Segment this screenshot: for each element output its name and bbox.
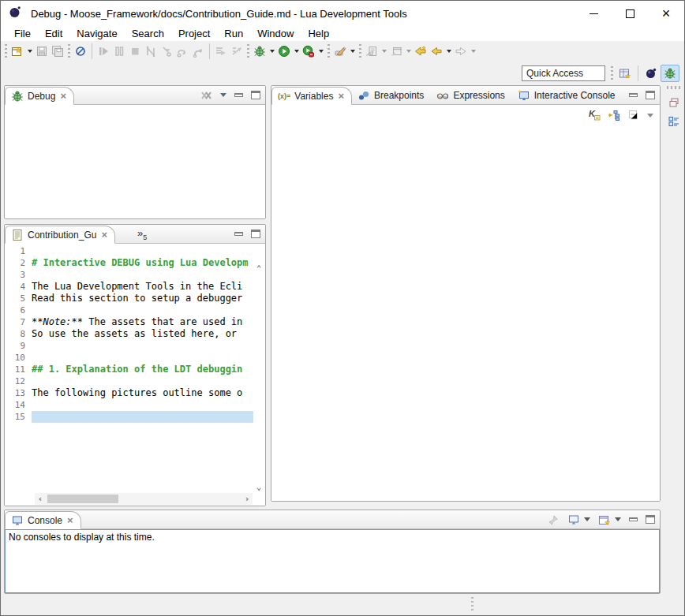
menu-navigate[interactable]: Navigate — [69, 27, 124, 40]
show-type-names-icon[interactable]: K — [588, 109, 601, 121]
coverage-launch-button[interactable] — [301, 43, 316, 60]
editor-line-3[interactable]: 3 — [5, 269, 253, 281]
debug-view-content — [5, 105, 265, 218]
run-launch-button[interactable] — [276, 43, 292, 60]
open-console-icon[interactable] — [598, 513, 611, 526]
debug-view: Debug × — [4, 85, 266, 219]
tab-debug-close-icon[interactable]: × — [60, 91, 66, 101]
external-tools-button[interactable] — [332, 43, 348, 60]
lua-perspective-button[interactable] — [642, 65, 661, 82]
editor-line-13[interactable]: 13The following pictures outline some o — [5, 387, 253, 399]
menu-edit[interactable]: Edit — [38, 27, 69, 40]
editor-line-4[interactable]: 4The Lua Development Tools in the Ecli — [5, 281, 253, 293]
coverage-launch-dropdown[interactable] — [319, 50, 324, 53]
tab-console-close-icon[interactable]: × — [67, 515, 73, 525]
last-edit-location-button[interactable] — [413, 43, 429, 60]
debug-perspective-button[interactable] — [661, 65, 679, 82]
editor-view-maximize-icon[interactable] — [251, 230, 260, 238]
console-view-maximize-icon[interactable] — [646, 515, 655, 524]
back-history-dropdown[interactable] — [447, 50, 451, 53]
tab-editor-close-icon[interactable]: × — [101, 230, 107, 240]
editor-content[interactable]: 12# Interactive DEBUG using Lua Developm… — [5, 244, 265, 506]
menu-run[interactable]: Run — [217, 27, 250, 40]
forward-history-dropdown — [471, 50, 476, 53]
status-bar-drag-handle[interactable] — [471, 597, 474, 613]
debug-view-menu-icon[interactable] — [220, 93, 226, 97]
save-all-button[interactable] — [50, 43, 66, 60]
outline-view-button[interactable] — [665, 113, 683, 130]
display-selected-console-icon[interactable] — [567, 513, 580, 526]
debug-view-minimize-icon[interactable] — [234, 93, 243, 97]
tab-variables-close-icon[interactable]: × — [338, 91, 344, 101]
menu-window[interactable]: Window — [250, 27, 301, 40]
window-minimize-button[interactable] — [575, 1, 612, 26]
variables-view-minimize-icon[interactable] — [629, 93, 638, 97]
console-content[interactable]: No consoles to display at this time. — [5, 529, 660, 593]
tab-expressions[interactable]: x=y= Expressions — [431, 86, 511, 104]
show-logical-structures-icon[interactable] — [608, 109, 620, 121]
line-text: # Interactive DEBUG using Lua Developm — [32, 257, 253, 269]
editor-vertical-scrollbar[interactable]: ⌃ ⌄ — [253, 263, 264, 492]
debug-launch-dropdown[interactable] — [270, 50, 275, 53]
external-tools-dropdown[interactable] — [350, 50, 355, 53]
debug-view-maximize-icon[interactable] — [251, 91, 260, 99]
line-text: ## 1. Explanation of the LDT debuggin — [32, 364, 253, 375]
save-button[interactable] — [34, 43, 50, 60]
console-view-minimize-icon[interactable] — [629, 517, 638, 521]
scrollbar-thumb[interactable] — [47, 495, 118, 503]
skip-all-breakpoints-button[interactable] — [73, 43, 88, 60]
display-console-dropdown[interactable] — [584, 517, 590, 521]
open-console-dropdown[interactable] — [615, 517, 621, 521]
editor-line-10[interactable]: 10 — [5, 352, 253, 364]
editor-line-11[interactable]: 11## 1. Explanation of the LDT debuggin — [5, 364, 253, 375]
console-icon — [11, 514, 24, 527]
variables-view-maximize-icon[interactable] — [646, 91, 655, 99]
editor-view-minimize-icon[interactable] — [234, 232, 243, 236]
editor-line-8[interactable]: 8So use the assets as listed here, or — [5, 328, 253, 340]
editor-line-15[interactable]: 15 — [5, 411, 253, 423]
editor-horizontal-scrollbar[interactable]: ‹ › — [35, 493, 253, 505]
window-close-button[interactable]: × — [648, 1, 684, 26]
restore-view-button[interactable] — [665, 94, 683, 111]
menu-project[interactable]: Project — [171, 27, 217, 40]
tab-console[interactable]: Console × — [5, 511, 81, 529]
editor-tab-overflow-chevron[interactable]: »5 — [137, 227, 147, 241]
editor-line-6[interactable]: 6 — [5, 304, 253, 316]
run-launch-dropdown[interactable] — [294, 50, 299, 53]
editor-line-5[interactable]: 5Read this section to setup a debugger — [5, 293, 253, 304]
editor-line-12[interactable]: 12 — [5, 375, 253, 387]
editor-line-1[interactable]: 1 — [5, 245, 253, 257]
tab-variables[interactable]: (x)= Variables × — [271, 87, 352, 105]
tab-interactive-console[interactable]: Interactive Console — [512, 86, 623, 104]
scroll-left-icon[interactable]: ‹ — [35, 494, 46, 504]
step-over-button — [174, 43, 190, 60]
tab-editor-contribution-guide[interactable]: Contribution_Gu × — [5, 226, 115, 244]
tab-breakpoints[interactable]: Breakpoints — [352, 86, 431, 104]
scroll-right-icon[interactable]: › — [241, 494, 253, 504]
scroll-up-icon[interactable]: ⌃ — [253, 263, 264, 274]
menu-search[interactable]: Search — [125, 27, 171, 40]
window-maximize-button[interactable] — [612, 1, 648, 26]
variables-view-menu-icon[interactable] — [647, 114, 653, 118]
menu-help[interactable]: Help — [301, 27, 336, 40]
debug-launch-button[interactable] — [252, 43, 268, 60]
console-view: Console × No consoles to display — [4, 510, 661, 594]
editor-line-7[interactable]: 7**Note:** The assets that are used in — [5, 316, 253, 328]
open-perspective-button[interactable] — [616, 65, 634, 82]
line-number: 15 — [5, 411, 32, 423]
line-number: 9 — [5, 340, 32, 352]
trim-drag-handle[interactable] — [667, 86, 681, 89]
menu-file[interactable]: File — [7, 27, 38, 40]
step-return-button — [190, 43, 206, 60]
editor-lines[interactable]: 12# Interactive DEBUG using Lua Developm… — [5, 245, 253, 492]
editor-line-14[interactable]: 14 — [5, 399, 253, 411]
new-wizard-button[interactable] — [9, 43, 25, 60]
editor-line-2[interactable]: 2# Interactive DEBUG using Lua Developm — [5, 257, 253, 269]
editor-line-9[interactable]: 9 — [5, 340, 253, 352]
scroll-down-icon[interactable]: ⌄ — [253, 482, 264, 492]
quick-access-input[interactable]: Quick Access — [522, 65, 605, 81]
new-wizard-dropdown[interactable] — [28, 50, 32, 53]
back-history-button[interactable] — [429, 43, 444, 60]
tab-breakpoints-label: Breakpoints — [374, 90, 424, 101]
tab-debug[interactable]: Debug × — [5, 87, 74, 105]
